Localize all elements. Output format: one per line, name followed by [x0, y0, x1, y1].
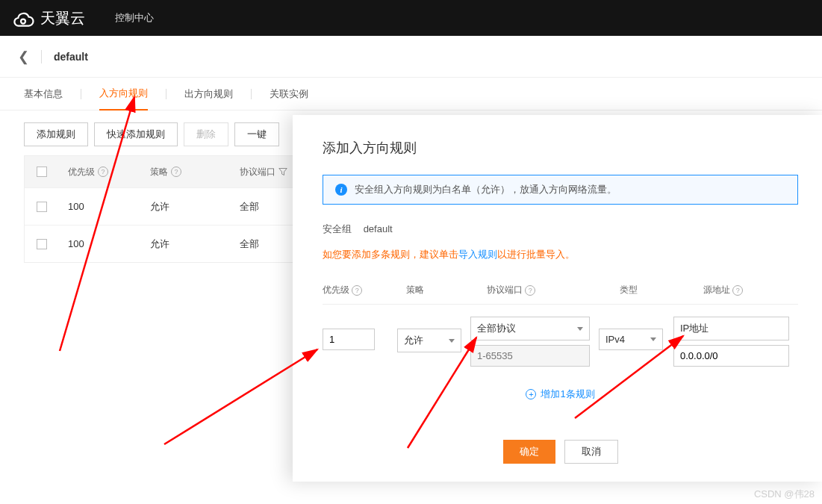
add-another-rule: +增加1条规则 [323, 388, 798, 401]
chevron-down-icon [449, 339, 455, 343]
sg-value: default [364, 223, 393, 234]
protocol-select[interactable]: 全部协议 [470, 317, 590, 340]
quick-add-rule-button[interactable]: 快速添加规则 [94, 122, 178, 146]
cell-policy: 允许 [141, 237, 231, 251]
plus-icon: + [526, 389, 536, 399]
help-icon[interactable]: ? [525, 285, 535, 296]
security-group-row: 安全组 default [323, 223, 798, 236]
filter-icon[interactable] [278, 167, 287, 176]
row-checkbox[interactable] [37, 239, 47, 249]
tab-basic-info[interactable]: 基本信息 [24, 78, 63, 110]
brand-text: 天翼云 [40, 8, 85, 28]
cloud-icon [12, 7, 34, 29]
brand-logo[interactable]: 天翼云 [12, 7, 85, 29]
svg-point-0 [21, 19, 25, 24]
col-priority: 优先级 [68, 166, 95, 178]
add-inbound-rule-dialog: 添加入方向规则 i 安全组入方向规则为白名单（允许），放通入方向网络流量。 安全… [293, 115, 822, 482]
type-select[interactable]: IPv4 [599, 329, 663, 350]
page-title: default [54, 51, 88, 63]
col-policy: 策略 [150, 166, 168, 178]
import-rules-link[interactable]: 导入规则 [458, 249, 497, 260]
select-all-checkbox[interactable] [37, 167, 47, 177]
control-center-link[interactable]: 控制中心 [115, 11, 154, 25]
port-input [470, 345, 590, 367]
one-key-button[interactable]: 一键 [234, 122, 279, 146]
source-value-input[interactable] [673, 345, 789, 367]
topbar: 天翼云 控制中心 [0, 0, 822, 36]
info-text: 安全组入方向规则为白名单（允许），放通入方向网络流量。 [355, 183, 617, 196]
help-icon[interactable]: ? [171, 167, 181, 177]
add-another-rule-link[interactable]: +增加1条规则 [526, 388, 594, 401]
help-icon[interactable]: ? [98, 167, 108, 177]
help-icon[interactable]: ? [732, 285, 743, 296]
confirm-button[interactable]: 确定 [503, 440, 555, 464]
import-hint: 如您要添加多条规则，建议单击导入规则以进行批量导入。 [323, 248, 798, 261]
divider [41, 50, 42, 63]
dialog-footer: 确定 取消 [323, 428, 798, 464]
source-kind-select[interactable]: IP地址 [673, 317, 789, 340]
cell-policy: 允许 [141, 200, 231, 214]
chevron-down-icon [650, 337, 656, 341]
tab-inbound-rules[interactable]: 入方向规则 [99, 78, 148, 111]
sg-label: 安全组 [323, 223, 352, 234]
form-row: 允许 全部协议 IPv4 IP地址 [323, 305, 798, 379]
col-port: 协议端口 [240, 166, 275, 178]
form-header: 优先级 ? 策略 协议端口 ? 类型 源地址 ? [323, 276, 798, 305]
priority-input[interactable] [323, 329, 375, 350]
delete-button: 删除 [184, 122, 228, 146]
cancel-button[interactable]: 取消 [564, 440, 618, 464]
watermark: CSDN @伟28 [754, 488, 815, 501]
info-icon: i [335, 184, 347, 196]
back-button[interactable]: ❮ [18, 49, 29, 65]
row-checkbox[interactable] [37, 202, 47, 212]
info-banner: i 安全组入方向规则为白名单（允许），放通入方向网络流量。 [323, 175, 798, 205]
tab-related-instances[interactable]: 关联实例 [270, 78, 308, 110]
add-rule-button[interactable]: 添加规则 [24, 122, 88, 146]
cell-priority: 100 [59, 201, 141, 212]
breadcrumb: ❮ default [0, 36, 822, 78]
tab-outbound-rules[interactable]: 出方向规则 [184, 78, 233, 110]
policy-select[interactable]: 允许 [397, 329, 461, 352]
cell-priority: 100 [59, 238, 141, 249]
chevron-down-icon [577, 327, 583, 331]
tab-bar: 基本信息 入方向规则 出方向规则 关联实例 [0, 78, 822, 111]
help-icon[interactable]: ? [352, 285, 362, 296]
dialog-title: 添加入方向规则 [323, 139, 798, 157]
